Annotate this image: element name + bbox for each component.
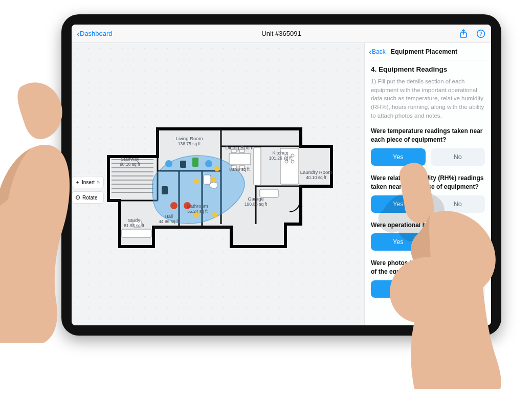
question-2: Were relative humidity (RH%) readings ta… bbox=[371, 174, 485, 191]
rotate-label: Rotate bbox=[82, 195, 97, 201]
q3-yes-button[interactable]: Yes bbox=[371, 233, 426, 251]
svg-text:Kitchen: Kitchen bbox=[272, 150, 289, 156]
insert-label: Insert bbox=[82, 180, 95, 185]
sidebar-header: ‹ Back Equipment Placement bbox=[365, 43, 491, 60]
svg-text:190.03 sq ft: 190.03 sq ft bbox=[245, 202, 268, 207]
chevron-updown-icon: ⇅ bbox=[97, 180, 100, 185]
svg-rect-36 bbox=[204, 175, 211, 184]
section-hint: 1) Fill put the details section of each … bbox=[371, 77, 485, 120]
section-title: 4. Equipment Readings bbox=[371, 65, 485, 73]
floorplan[interactable]: Living Room 136.75 sq ft Dining Room 88.… bbox=[102, 120, 338, 253]
dashboard-back-label: Dashboard bbox=[80, 30, 113, 37]
svg-point-41 bbox=[205, 160, 212, 167]
share-icon[interactable] bbox=[458, 29, 469, 39]
svg-text:81.93 sq ft: 81.93 sq ft bbox=[124, 223, 144, 228]
insert-button[interactable]: ＋ Insert ⇅ bbox=[72, 176, 104, 188]
svg-text:Garage: Garage bbox=[248, 196, 264, 202]
floorplan-canvas[interactable]: ＋ Insert ⇅ Rotate bbox=[72, 43, 364, 325]
svg-point-37 bbox=[210, 182, 218, 188]
question-4: Were photos taken of the installation of… bbox=[371, 259, 485, 276]
svg-text:40.10 sq ft: 40.10 sq ft bbox=[306, 175, 326, 180]
sidebar: ‹ Back Equipment Placement 4. Equipment … bbox=[364, 43, 491, 325]
plus-icon: ＋ bbox=[75, 179, 80, 186]
svg-rect-39 bbox=[180, 161, 186, 168]
q4-yes-button[interactable]: Yes bbox=[371, 280, 426, 298]
svg-text:98.16 sq ft: 98.16 sq ft bbox=[120, 162, 140, 167]
svg-text:55.24 sq ft: 55.24 sq ft bbox=[187, 209, 208, 214]
question-1: Were temperature readings taken near eac… bbox=[371, 127, 485, 144]
sidebar-title: Equipment Placement bbox=[391, 48, 458, 55]
svg-point-49 bbox=[212, 212, 217, 217]
svg-text:Living Room: Living Room bbox=[176, 136, 203, 141]
svg-text:44.96 sq ft: 44.96 sq ft bbox=[159, 219, 179, 224]
svg-rect-33 bbox=[122, 229, 151, 237]
svg-point-44 bbox=[170, 202, 178, 209]
app-screen: ‹ Dashboard Unit #365091 ? bbox=[72, 25, 491, 325]
page-title: Unit #365091 bbox=[213, 30, 350, 37]
navbar: ‹ Dashboard Unit #365091 ? bbox=[72, 25, 491, 43]
svg-text:Bathroom: Bathroom bbox=[187, 203, 208, 209]
help-icon[interactable]: ? bbox=[476, 29, 486, 39]
canvas-toolbar: ＋ Insert ⇅ Rotate bbox=[72, 176, 104, 204]
tablet-frame: ‹ Dashboard Unit #365091 ? bbox=[61, 14, 501, 336]
svg-point-47 bbox=[211, 178, 216, 183]
floorplan-svg: Living Room 136.75 sq ft Dining Room 88.… bbox=[102, 120, 338, 253]
svg-rect-43 bbox=[162, 186, 168, 194]
svg-text:101.26 sq ft: 101.26 sq ft bbox=[269, 156, 292, 161]
svg-rect-40 bbox=[192, 158, 198, 167]
q2-no-button[interactable]: No bbox=[431, 195, 485, 213]
svg-text:Hall: Hall bbox=[165, 213, 173, 219]
svg-text:Study: Study bbox=[128, 217, 141, 223]
dashboard-back[interactable]: ‹ Dashboard bbox=[77, 29, 113, 38]
svg-text:Dining Room: Dining Room bbox=[226, 145, 254, 150]
sidebar-body: 4. Equipment Readings 1) Fill put the de… bbox=[365, 60, 491, 325]
svg-text:Stairway: Stairway bbox=[121, 156, 140, 162]
rotate-button[interactable]: Rotate bbox=[72, 191, 104, 204]
svg-text:?: ? bbox=[479, 31, 482, 36]
svg-point-42 bbox=[214, 166, 219, 171]
q3-no-button[interactable]: No bbox=[431, 233, 485, 251]
q4-no-button[interactable]: No bbox=[431, 280, 485, 298]
question-3: Were operational hours logged? bbox=[371, 221, 485, 230]
svg-text:136.75 sq ft: 136.75 sq ft bbox=[178, 141, 201, 146]
q1-no-button[interactable]: No bbox=[431, 148, 485, 166]
svg-text:Laundry Room: Laundry Room bbox=[300, 169, 332, 175]
svg-rect-28 bbox=[229, 153, 251, 165]
sidebar-back[interactable]: ‹ Back bbox=[369, 47, 386, 56]
sidebar-back-label: Back bbox=[372, 48, 386, 55]
svg-point-38 bbox=[165, 160, 172, 167]
svg-rect-27 bbox=[254, 147, 261, 185]
q1-yes-button[interactable]: Yes bbox=[371, 148, 426, 166]
rotate-icon bbox=[75, 195, 80, 200]
q2-yes-button[interactable]: Yes bbox=[371, 195, 426, 213]
svg-point-46 bbox=[194, 179, 199, 184]
content: ＋ Insert ⇅ Rotate bbox=[72, 43, 491, 325]
svg-text:88.96 sq ft: 88.96 sq ft bbox=[229, 167, 250, 172]
